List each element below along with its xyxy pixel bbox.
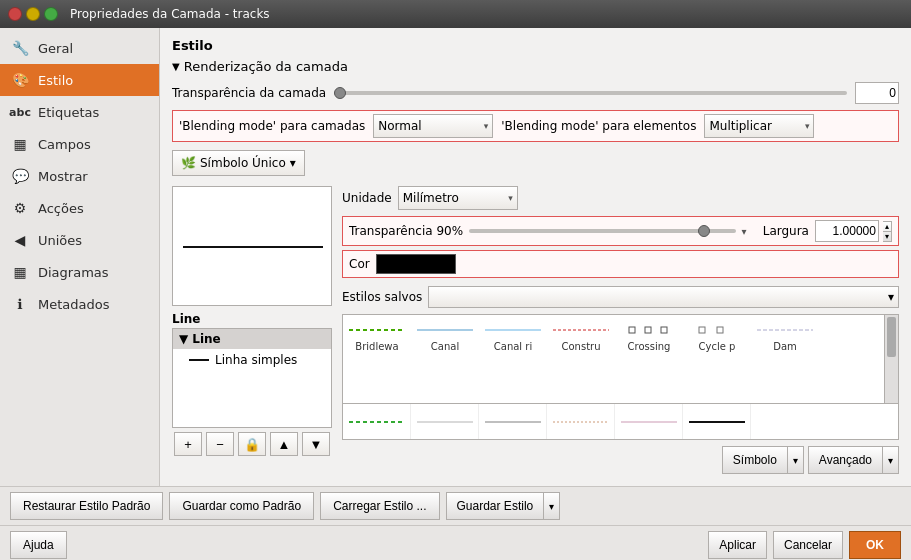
list-item[interactable] <box>479 404 547 439</box>
blending-row: 'Blending mode' para camadas Normal ▾ 'B… <box>172 110 899 142</box>
add-layer-button[interactable]: + <box>174 432 202 456</box>
sidebar-label-accoes: Acções <box>38 201 84 216</box>
largura-down-arrow[interactable]: ▾ <box>883 232 891 241</box>
minimize-button[interactable] <box>26 7 40 21</box>
line-icon <box>189 359 209 361</box>
ok-button[interactable]: OK <box>849 531 901 559</box>
sidebar-item-estilo[interactable]: 🎨 Estilo <box>0 64 159 96</box>
ajuda-button[interactable]: Ajuda <box>10 531 67 559</box>
restaurar-button[interactable]: Restaurar Estilo Padrão <box>10 492 163 520</box>
largura-up-arrow[interactable]: ▴ <box>883 222 891 232</box>
sidebar-item-unioes[interactable]: ◀ Uniões <box>0 224 159 256</box>
estilos-combo-arrow: ▾ <box>888 290 894 304</box>
guardar-padrao-button[interactable]: Guardar como Padrão <box>169 492 314 520</box>
scroll-thumb <box>887 317 896 357</box>
move-up-layer-button[interactable]: ▲ <box>270 432 298 456</box>
simbolo-button[interactable]: Símbolo <box>722 446 787 474</box>
bridleway-name: Bridlewa <box>355 341 398 352</box>
lock-layer-button[interactable]: 🔒 <box>238 432 266 456</box>
list-item[interactable]: Bridlewa <box>343 315 411 403</box>
sidebar-label-metadados: Metadados <box>38 297 109 312</box>
diagramas-icon: ▦ <box>10 262 30 282</box>
transp-field-label: Transparência 90% <box>349 224 463 238</box>
guardar-estilo-arrow[interactable]: ▾ <box>543 492 560 520</box>
sidebar-item-mostrar[interactable]: 💬 Mostrar <box>0 160 159 192</box>
list-item[interactable]: Dam <box>751 315 819 403</box>
avancado-split-button: Avançado ▾ <box>808 446 899 474</box>
cancelar-button[interactable]: Cancelar <box>773 531 843 559</box>
list-item[interactable] <box>343 404 411 439</box>
avancado-button[interactable]: Avançado <box>808 446 882 474</box>
sidebar-label-diagramas: Diagramas <box>38 265 109 280</box>
list-item[interactable] <box>411 404 479 439</box>
symbol-layout: Line ▼ Line Linha simples + − 🔒 ▲ <box>172 186 899 474</box>
carregar-button[interactable]: Carregar Estilo ... <box>320 492 439 520</box>
layers-header-label: Line <box>192 332 220 346</box>
sidebar-item-etiquetas[interactable]: abc Etiquetas <box>0 96 159 128</box>
list-item[interactable]: Canal ri <box>479 315 547 403</box>
sidebar-label-mostrar: Mostrar <box>38 169 88 184</box>
svg-rect-6 <box>645 327 651 333</box>
largura-spinbox[interactable] <box>815 220 879 242</box>
symbol-preview <box>172 186 332 306</box>
color-swatch[interactable] <box>376 254 456 274</box>
simbolo-arrow-button[interactable]: ▾ <box>787 446 804 474</box>
layers-header: ▼ Line <box>173 329 331 349</box>
list-item[interactable] <box>615 404 683 439</box>
blending-layers-combo[interactable]: Normal ▾ <box>373 114 493 138</box>
estilos-combo[interactable]: ▾ <box>428 286 899 308</box>
sidebar-item-campos[interactable]: ▦ Campos <box>0 128 159 160</box>
transp-field-slider[interactable] <box>469 229 735 233</box>
canal-name: Canal <box>431 341 459 352</box>
sidebar: 🔧 Geral 🎨 Estilo abc Etiquetas ▦ Campos … <box>0 28 160 486</box>
dam-name: Dam <box>773 341 797 352</box>
unidade-row: Unidade Milímetro ▾ <box>342 186 899 210</box>
sidebar-label-estilo: Estilo <box>38 73 73 88</box>
list-item[interactable] <box>683 404 751 439</box>
dam-preview <box>755 321 815 339</box>
subsection-renderizacao: ▼ Renderização da camada <box>172 59 899 74</box>
remove-layer-button[interactable]: − <box>206 432 234 456</box>
window-controls[interactable] <box>8 7 58 21</box>
list-item[interactable]: Linha simples <box>173 349 331 371</box>
guardar-estilo-button[interactable]: Guardar Estilo <box>446 492 544 520</box>
content-panel: Estilo ▼ Renderização da camada Transpar… <box>160 28 911 486</box>
sidebar-item-geral[interactable]: 🔧 Geral <box>0 32 159 64</box>
sidebar-label-campos: Campos <box>38 137 91 152</box>
cycle-p-name: Cycle p <box>699 341 736 352</box>
layers-item-label: Linha simples <box>215 353 297 367</box>
list-item[interactable]: Canal <box>411 315 479 403</box>
preview-svg <box>173 187 333 307</box>
maximize-button[interactable] <box>44 7 58 21</box>
close-button[interactable] <box>8 7 22 21</box>
symbol-left: Line ▼ Line Linha simples + − 🔒 ▲ <box>172 186 332 474</box>
blending-layers-value: Normal <box>378 119 421 133</box>
list-item[interactable]: Constru <box>547 315 615 403</box>
unidade-combo[interactable]: Milímetro ▾ <box>398 186 518 210</box>
sidebar-item-diagramas[interactable]: ▦ Diagramas <box>0 256 159 288</box>
list-item[interactable]: Cycle p <box>683 315 751 403</box>
aplicar-button[interactable]: Aplicar <box>708 531 767 559</box>
largura-box: ▴ ▾ <box>815 220 892 242</box>
estilo-icon: 🎨 <box>10 70 30 90</box>
sidebar-item-accoes[interactable]: ⚙ Acções <box>0 192 159 224</box>
transp-camada-slider[interactable] <box>334 91 847 95</box>
symbol-select-button[interactable]: 🌿 Símbolo Único ▾ <box>172 150 305 176</box>
avancado-arrow-button[interactable]: ▾ <box>882 446 899 474</box>
estilos-label: Estilos salvos <box>342 290 422 304</box>
list-item[interactable] <box>547 404 615 439</box>
symbol-right: Unidade Milímetro ▾ Transparência 90% ▾ … <box>342 186 899 474</box>
cor-row: Cor <box>342 250 899 278</box>
transp-field-slider-container <box>469 229 735 233</box>
bottom-buttons-row2: Ajuda Aplicar Cancelar OK <box>0 525 911 560</box>
styles-scrollbar[interactable] <box>884 315 898 403</box>
styles-row2 <box>342 404 899 440</box>
estilos-section: Estilos salvos ▾ Bridlewa <box>342 286 899 474</box>
sidebar-item-metadados[interactable]: ℹ Metadados <box>0 288 159 320</box>
move-down-layer-button[interactable]: ▼ <box>302 432 330 456</box>
transp-camada-spinbox[interactable] <box>855 82 899 104</box>
unidade-value: Milímetro <box>403 191 459 205</box>
transp-field-arrow: ▾ <box>742 226 747 237</box>
blending-elements-combo[interactable]: Multiplicar ▾ <box>704 114 814 138</box>
list-item[interactable]: Crossing <box>615 315 683 403</box>
